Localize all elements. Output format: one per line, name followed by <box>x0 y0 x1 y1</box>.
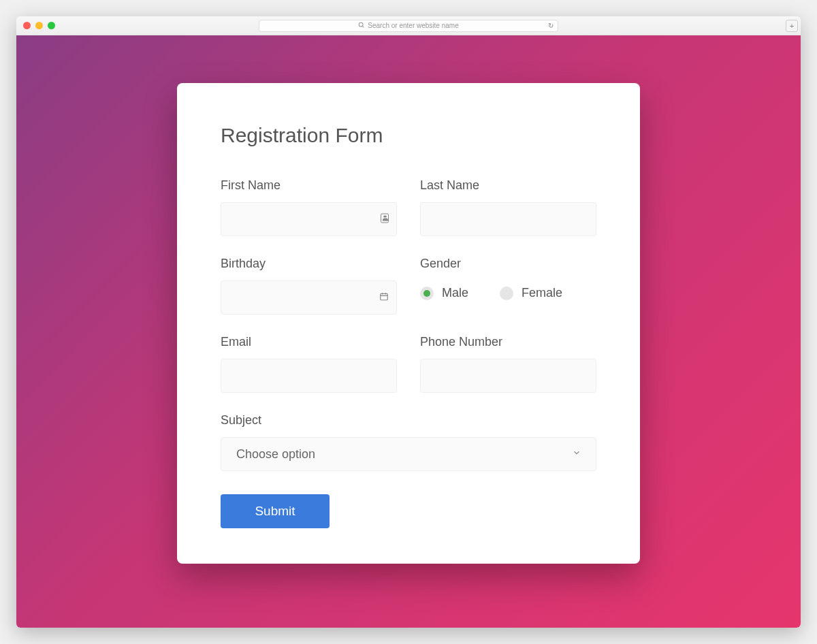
search-icon <box>358 22 365 30</box>
window-controls <box>23 22 55 29</box>
subject-label: Subject <box>221 413 596 428</box>
phone-input[interactable] <box>420 359 596 393</box>
browser-toolbar: Search or enter website name ↻ + <box>16 16 801 35</box>
reload-icon[interactable]: ↻ <box>548 22 554 29</box>
subject-selected-option: Choose option <box>236 447 315 462</box>
radio-indicator-checked <box>420 287 434 300</box>
form-title: Registration Form <box>221 124 596 147</box>
maximize-window-button[interactable] <box>48 22 55 29</box>
page-viewport: Registration Form First Name Last Name <box>16 35 801 628</box>
radio-indicator-unchecked <box>500 287 513 300</box>
phone-label: Phone Number <box>420 335 596 349</box>
close-window-button[interactable] <box>23 22 31 29</box>
registration-card: Registration Form First Name Last Name <box>177 83 640 564</box>
birthday-input[interactable] <box>221 280 397 315</box>
browser-window: Search or enter website name ↻ + Registr… <box>16 16 801 628</box>
address-bar[interactable]: Search or enter website name ↻ <box>259 20 558 32</box>
gender-female-radio[interactable]: Female <box>500 286 562 300</box>
gender-male-label: Male <box>442 286 468 300</box>
first-name-input[interactable] <box>221 202 397 236</box>
svg-point-0 <box>359 22 364 27</box>
gender-male-radio[interactable]: Male <box>420 286 468 300</box>
minimize-window-button[interactable] <box>35 22 43 29</box>
last-name-input[interactable] <box>420 202 596 236</box>
first-name-label: First Name <box>221 178 397 193</box>
last-name-label: Last Name <box>420 178 596 193</box>
address-placeholder: Search or enter website name <box>368 22 458 29</box>
birthday-label: Birthday <box>221 257 397 271</box>
submit-button[interactable]: Submit <box>221 494 330 528</box>
gender-label: Gender <box>420 257 596 271</box>
gender-female-label: Female <box>522 286 562 300</box>
email-label: Email <box>221 335 397 349</box>
svg-line-1 <box>363 26 364 27</box>
subject-select[interactable]: Choose option <box>221 437 596 471</box>
email-input[interactable] <box>221 359 397 393</box>
new-tab-button[interactable]: + <box>786 20 798 32</box>
